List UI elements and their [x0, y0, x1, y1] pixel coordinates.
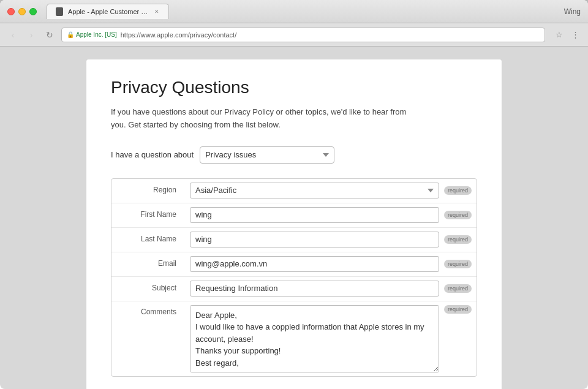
question-dropdown[interactable]: Privacy issues — [200, 146, 334, 164]
title-bar: Apple - Apple Customer Priva... ✕ Wing — [0, 0, 588, 23]
address-bar: ‹ › ↻ 🔒 Apple Inc. [US] https://www.appl… — [0, 23, 588, 47]
window-title: Wing — [564, 7, 581, 16]
url-text: https://www.apple.com/privacy/contact/ — [121, 31, 237, 39]
question-label: I have a question about — [111, 150, 194, 159]
region-row: Region Asia/Pacific required — [111, 179, 477, 203]
page-description: If you have questions about our Privacy … — [111, 106, 417, 132]
firstname-field: required — [185, 203, 477, 227]
close-button[interactable] — [7, 8, 15, 15]
content-card: Privacy Questions If you have questions … — [86, 59, 502, 389]
tab-favicon — [56, 7, 63, 16]
tab-title: Apple - Apple Customer Priva... — [68, 8, 149, 15]
firstname-input[interactable] — [190, 207, 439, 223]
lastname-required-badge: required — [444, 235, 472, 244]
browser-tab[interactable]: Apple - Apple Customer Priva... ✕ — [47, 4, 169, 19]
company-badge: Apple Inc. [US] — [76, 31, 117, 38]
subject-row: Subject required — [111, 277, 477, 301]
lastname-row: Last Name required — [111, 228, 477, 252]
comments-label: Comments — [111, 301, 185, 322]
forward-button[interactable]: › — [24, 28, 38, 42]
tab-close-button[interactable]: ✕ — [154, 8, 160, 15]
comments-field: Dear Apple, I would like to have a coppi… — [185, 301, 477, 376]
lastname-label: Last Name — [111, 228, 185, 249]
subject-required-badge: required — [444, 284, 472, 293]
browser-window: Apple - Apple Customer Priva... ✕ Wing ‹… — [0, 0, 588, 389]
region-select[interactable]: Asia/Pacific — [190, 183, 439, 198]
address-input[interactable]: 🔒 Apple Inc. [US] https://www.apple.com/… — [61, 28, 545, 42]
email-required-badge: required — [444, 260, 472, 268]
region-required-badge: required — [444, 186, 472, 195]
subject-label: Subject — [111, 277, 185, 298]
bookmark-icon[interactable]: ☆ — [552, 28, 566, 42]
page-title: Privacy Questions — [111, 78, 477, 97]
firstname-label: First Name — [111, 203, 185, 225]
comments-row: Comments Dear Apple, I would like to hav… — [111, 301, 477, 376]
contact-form: Region Asia/Pacific required First Name … — [111, 178, 477, 377]
reload-button[interactable]: ↻ — [43, 28, 56, 42]
page-content: Privacy Questions If you have questions … — [0, 47, 588, 389]
traffic-lights — [7, 8, 37, 15]
email-row: Email required — [111, 252, 477, 277]
comments-required-badge: required — [444, 305, 472, 314]
ssl-badge: 🔒 Apple Inc. [US] — [67, 31, 117, 38]
firstname-row: First Name required — [111, 203, 477, 228]
tab-bar: Apple - Apple Customer Priva... ✕ — [47, 4, 564, 19]
lastname-field: required — [185, 228, 477, 251]
back-button[interactable]: ‹ — [6, 28, 20, 42]
menu-icon[interactable]: ⋮ — [568, 28, 582, 42]
subject-field: required — [185, 277, 477, 300]
address-actions: ☆ ⋮ — [552, 28, 582, 42]
question-row: I have a question about Privacy issues — [111, 146, 477, 164]
region-field: Asia/Pacific required — [185, 179, 477, 202]
maximize-button[interactable] — [29, 8, 37, 15]
minimize-button[interactable] — [18, 8, 26, 15]
subject-input[interactable] — [190, 281, 439, 296]
lock-icon: 🔒 — [67, 31, 74, 38]
email-input[interactable] — [190, 256, 439, 272]
region-label: Region — [111, 179, 185, 200]
email-field: required — [185, 252, 477, 276]
firstname-required-badge: required — [444, 211, 472, 219]
lastname-input[interactable] — [190, 232, 439, 247]
email-label: Email — [111, 252, 185, 274]
comments-textarea[interactable]: Dear Apple, I would like to have a coppi… — [190, 305, 439, 372]
